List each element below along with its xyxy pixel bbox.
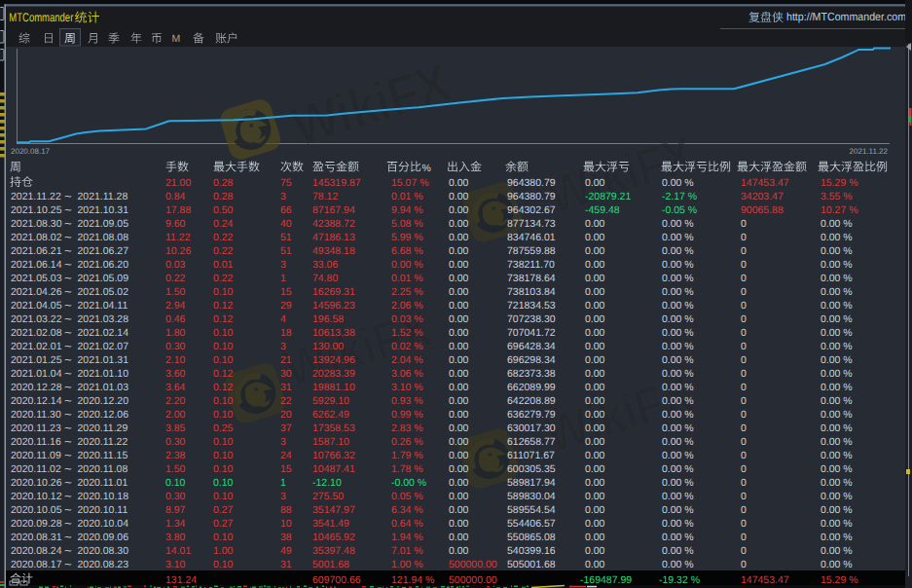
svg-text:0: 0 [741,273,747,284]
svg-text:131.24: 131.24 [165,574,197,586]
svg-text:1.78 %: 1.78 % [391,463,423,475]
svg-text:2021.11.22: 2021.11.22 [850,147,889,156]
svg-text:834746.01: 834746.01 [507,232,556,243]
svg-text:0.00: 0.00 [449,477,469,489]
svg-text:0.00: 0.00 [449,409,469,421]
svg-text:0.00: 0.00 [585,409,605,421]
svg-text:0.00: 0.00 [449,218,469,230]
svg-text:0.00: 0.00 [585,368,605,380]
svg-text:682373.38: 682373.38 [507,368,556,380]
svg-text:0.00 %: 0.00 % [662,259,694,271]
svg-text:0.00 %: 0.00 % [821,504,853,516]
svg-text:0.00 %: 0.00 % [662,395,694,407]
svg-text:0.00: 0.00 [585,436,605,448]
svg-text:~: ~ [64,421,72,435]
svg-text:38: 38 [280,532,292,543]
svg-text:3.80: 3.80 [165,532,186,543]
svg-text:2020.10.05: 2020.10.05 [11,504,62,516]
svg-text:0.00 %: 0.00 % [821,477,853,489]
svg-text:0.10: 0.10 [213,463,234,475]
svg-text:66: 66 [280,204,292,216]
svg-text:2020.10.11: 2020.10.11 [78,504,128,516]
svg-text:10613.38: 10613.38 [312,327,355,339]
svg-text:2021.06.27: 2021.06.27 [78,245,129,257]
svg-text:0.00 %: 0.00 % [821,341,853,352]
svg-text:2020.12.20: 2020.12.20 [78,395,129,407]
svg-text:0.00: 0.00 [585,245,605,257]
svg-text:0.00: 0.00 [585,313,605,325]
svg-text:0.00: 0.00 [449,245,469,257]
svg-text:696428.34: 696428.34 [507,341,556,352]
svg-text:2020.11.22: 2020.11.22 [78,436,128,448]
svg-text:~: ~ [64,243,72,258]
svg-text:0.02 %: 0.02 % [391,341,423,352]
svg-text:2021.05.03: 2021.05.03 [11,273,62,284]
svg-text:0: 0 [741,313,747,325]
svg-text:611071.67: 611071.67 [507,450,555,461]
svg-text:47186.13: 47186.13 [312,232,355,243]
svg-text:13924.96: 13924.96 [312,354,355,366]
svg-text:1.94 %: 1.94 % [391,532,423,543]
svg-text:0: 0 [741,341,747,352]
svg-text:1: 1 [280,273,286,284]
svg-text:0.00 %: 0.00 % [662,273,694,284]
svg-text:2021.01.04: 2021.01.04 [11,368,62,380]
svg-text:0.00 %: 0.00 % [662,327,694,339]
svg-text:0.00 %: 0.00 % [662,218,694,230]
svg-text:0.10: 0.10 [165,477,186,489]
svg-text:2.10: 2.10 [165,354,186,366]
svg-text:0.00: 0.00 [449,463,469,475]
svg-text:0.00 %: 0.00 % [821,382,853,393]
svg-text:0.00: 0.00 [585,286,605,298]
svg-text:0.00: 0.00 [585,559,605,570]
svg-text:2.38: 2.38 [165,450,186,461]
svg-text:0.00 %: 0.00 % [662,300,694,312]
svg-text:3: 3 [280,341,286,352]
svg-text:~: ~ [64,325,72,340]
svg-text:0.00: 0.00 [585,341,605,352]
svg-text:35397.48: 35397.48 [312,545,355,557]
svg-text:2021.11.22: 2021.11.22 [11,191,61,202]
svg-text:40: 40 [280,218,292,230]
svg-text:2021.02.14: 2021.02.14 [78,327,129,339]
svg-text:0.00: 0.00 [585,463,605,475]
svg-text:2021.11.28: 2021.11.28 [78,191,128,202]
svg-text:0.01: 0.01 [213,259,234,271]
svg-text:0.00 %: 0.00 % [821,218,853,230]
svg-text:964380.79: 964380.79 [507,191,556,202]
svg-text:2021.01.25: 2021.01.25 [11,354,62,366]
svg-text:87167.94: 87167.94 [312,204,355,216]
svg-text:0.00 %: 0.00 % [821,518,853,530]
svg-text:78.12: 78.12 [312,191,338,202]
svg-text:2020.11.29: 2020.11.29 [78,423,128,434]
svg-text:~: ~ [64,475,72,490]
svg-text:540399.16: 540399.16 [507,545,556,557]
svg-text:0.00 %: 0.00 % [821,368,853,380]
svg-text:33.06: 33.06 [312,259,338,271]
svg-text:121.94 %: 121.94 % [391,574,434,586]
svg-text:~: ~ [64,530,72,544]
svg-text:75: 75 [280,177,292,189]
svg-text:0.00 %: 0.00 % [821,354,853,366]
svg-text:0.64 %: 0.64 % [391,518,423,530]
svg-text:2021.04.11: 2021.04.11 [78,300,128,312]
svg-text:0.00 %: 0.00 % [821,559,853,570]
svg-text:0.00: 0.00 [449,382,469,393]
svg-text:0: 0 [741,423,747,434]
svg-text:3: 3 [280,259,286,271]
svg-text:0.00 %: 0.00 % [662,423,694,434]
svg-text:0: 0 [741,354,747,366]
svg-text:~: ~ [64,489,72,503]
svg-text:0.00: 0.00 [449,354,469,366]
svg-text:0.27: 0.27 [213,504,234,516]
svg-text:554406.57: 554406.57 [507,518,556,530]
svg-text:589554.54: 589554.54 [507,504,556,516]
svg-text:0.00: 0.00 [585,491,605,502]
svg-text:0.00: 0.00 [585,532,605,543]
svg-text:-19.32 %: -19.32 % [659,574,700,586]
svg-text:10: 10 [280,518,292,530]
svg-text:0.00 %: 0.00 % [662,354,694,366]
svg-text:145319.87: 145319.87 [312,177,361,189]
svg-text:0.00: 0.00 [449,300,469,312]
svg-text:2020.11.16: 2020.11.16 [11,436,61,448]
